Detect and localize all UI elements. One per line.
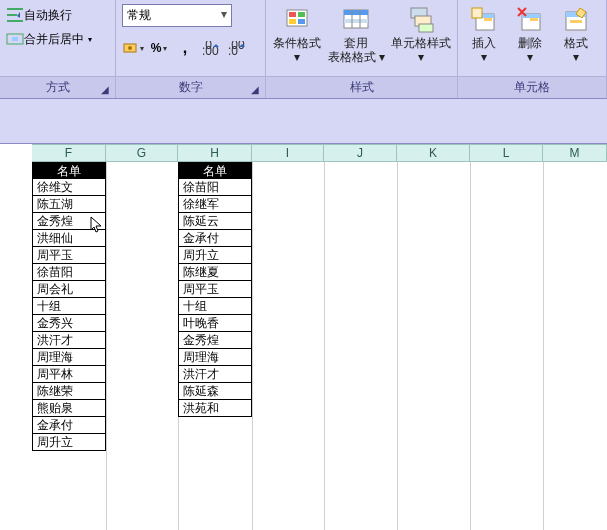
svg-rect-0 <box>7 8 23 10</box>
col-header-I[interactable]: I <box>252 145 324 161</box>
data-cell[interactable]: 周平玉 <box>32 247 106 264</box>
currency-icon <box>122 40 138 56</box>
data-cell[interactable]: 十组 <box>32 298 106 315</box>
header-cell[interactable]: 名单 <box>32 162 106 179</box>
svg-rect-14 <box>289 19 296 24</box>
data-cell[interactable]: 金承付 <box>32 417 106 434</box>
data-cell[interactable]: 洪苑和 <box>178 400 252 417</box>
data-cell[interactable]: 陈继荣 <box>32 383 106 400</box>
svg-rect-23 <box>419 24 433 32</box>
data-cell[interactable]: 洪细仙 <box>32 230 106 247</box>
data-cell[interactable]: 徐维文 <box>32 179 106 196</box>
svg-rect-30 <box>530 18 538 21</box>
data-cell[interactable]: 周升立 <box>178 247 252 264</box>
data-cell[interactable]: 金承付 <box>178 230 252 247</box>
svg-point-6 <box>128 46 132 50</box>
svg-rect-2 <box>7 20 23 22</box>
data-cell[interactable]: 陈五湖 <box>32 196 106 213</box>
svg-rect-18 <box>344 19 368 23</box>
wrap-text-label: 自动换行 <box>24 7 72 24</box>
svg-rect-12 <box>289 12 296 17</box>
cells-group-label: 单元格 <box>458 76 606 98</box>
col-header-H[interactable]: H <box>178 145 252 161</box>
merge-center-button[interactable]: 合并后居中 ▾ <box>6 28 92 50</box>
number-dialog-launcher[interactable]: ◢ <box>251 84 263 96</box>
dec-decimal-icon: .00.0 <box>228 41 246 55</box>
conditional-format-button[interactable]: 条件格式▾ <box>272 4 322 66</box>
insert-icon <box>470 6 498 34</box>
svg-rect-15 <box>298 19 305 24</box>
data-cell[interactable]: 陈延云 <box>178 213 252 230</box>
table-format-button[interactable]: 套用 表格格式 ▾ <box>328 4 386 66</box>
col-header-K[interactable]: K <box>397 145 470 161</box>
format-button[interactable]: 格式▾ <box>556 4 596 66</box>
data-cell[interactable]: 徐继军 <box>178 196 252 213</box>
svg-rect-1 <box>7 14 17 16</box>
delete-button[interactable]: 删除▾ <box>510 4 550 66</box>
formula-bar-area <box>0 99 607 144</box>
data-cell[interactable]: 陈继夏 <box>178 264 252 281</box>
data-cell[interactable]: 金秀煌 <box>32 213 106 230</box>
data-cell[interactable]: 周会礼 <box>32 281 106 298</box>
data-cell[interactable]: 十组 <box>178 298 252 315</box>
data-cell[interactable]: 周升立 <box>32 434 106 451</box>
cell-styles-icon <box>407 6 435 34</box>
col-header-M[interactable]: M <box>543 145 607 161</box>
number-group-label: 数字 <box>116 76 265 98</box>
cond-fmt-icon <box>283 6 311 34</box>
data-cell[interactable]: 熊贻泉 <box>32 400 106 417</box>
data-cell[interactable]: 洪汗才 <box>32 332 106 349</box>
currency-button[interactable] <box>122 37 144 59</box>
col-header-G[interactable]: G <box>106 145 178 161</box>
table-fmt-icon <box>342 6 370 34</box>
percent-icon: % <box>151 41 162 55</box>
data-cell[interactable]: 周平玉 <box>178 281 252 298</box>
increase-decimal-button[interactable]: .0.00 <box>200 37 222 59</box>
wrap-text-icon <box>6 6 24 24</box>
insert-button[interactable]: 插入▾ <box>464 4 504 66</box>
comma-icon: , <box>183 39 187 57</box>
data-cell[interactable]: 陈延森 <box>178 383 252 400</box>
cell-styles-button[interactable]: 单元格样式▾ <box>391 4 451 66</box>
percent-button[interactable]: % <box>148 37 170 59</box>
svg-rect-17 <box>344 10 368 15</box>
data-cell[interactable]: 周平林 <box>32 366 106 383</box>
svg-rect-33 <box>570 20 582 23</box>
merge-center-label: 合并后居中 <box>24 31 84 48</box>
styles-group-label: 样式 <box>266 76 457 98</box>
format-icon <box>562 6 590 34</box>
data-cell[interactable]: 周理海 <box>178 349 252 366</box>
svg-rect-13 <box>298 12 305 17</box>
svg-rect-4 <box>12 37 18 41</box>
data-cell[interactable]: 周理海 <box>32 349 106 366</box>
data-cell[interactable]: 徐苗阳 <box>178 179 252 196</box>
data-cell[interactable]: 洪汗才 <box>178 366 252 383</box>
delete-icon <box>516 6 544 34</box>
alignment-group-label: 方式 <box>0 76 115 98</box>
number-format-select[interactable]: 常规 <box>122 4 232 27</box>
svg-text:.0: .0 <box>228 44 238 55</box>
alignment-dialog-launcher[interactable]: ◢ <box>101 84 113 96</box>
wrap-text-button[interactable]: 自动换行 <box>6 4 72 26</box>
comma-button[interactable]: , <box>174 37 196 59</box>
data-cell[interactable]: 金秀兴 <box>32 315 106 332</box>
header-cell[interactable]: 名单 <box>178 162 252 179</box>
svg-rect-26 <box>472 8 482 18</box>
data-cell[interactable]: 金秀煌 <box>178 332 252 349</box>
inc-decimal-icon: .0.00 <box>202 41 220 55</box>
decrease-decimal-button[interactable]: .00.0 <box>226 37 248 59</box>
col-header-F[interactable]: F <box>32 145 106 161</box>
merge-icon <box>6 30 24 48</box>
col-header-L[interactable]: L <box>470 145 543 161</box>
data-cell[interactable]: 叶晚香 <box>178 315 252 332</box>
col-header-J[interactable]: J <box>324 145 397 161</box>
svg-rect-27 <box>484 18 492 21</box>
data-cell[interactable]: 徐苗阳 <box>32 264 106 281</box>
